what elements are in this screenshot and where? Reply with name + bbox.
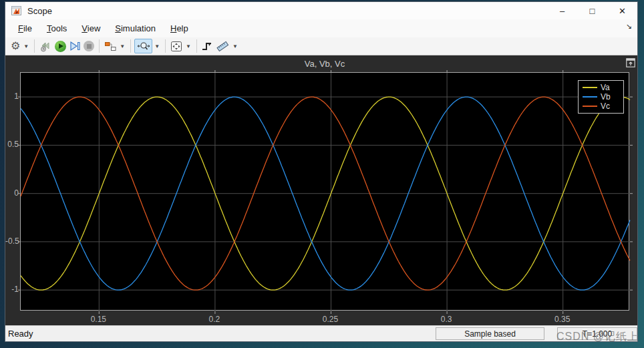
x-tick-label: 0.35 <box>548 315 577 324</box>
y-tick-label: 0 <box>5 188 19 198</box>
waveform-plot <box>21 73 630 311</box>
trigger-icon <box>202 41 213 51</box>
trigger-button[interactable] <box>200 39 214 53</box>
legend[interactable]: Va Vb Vc <box>578 80 624 114</box>
dock-icon[interactable] <box>626 58 635 67</box>
status-bar: Ready Sample based T=1.000 <box>5 325 637 341</box>
stop-icon <box>84 41 94 51</box>
legend-label-vc: Vc <box>601 102 610 111</box>
y-tick-label: 0.5 <box>5 140 19 149</box>
measurements-ruler-icon <box>216 41 229 51</box>
toolbar-separator <box>165 39 166 53</box>
zoom-x-button[interactable] <box>134 39 152 53</box>
step-back-icon <box>39 41 52 52</box>
highlight-block-dropdown-caret[interactable]: ▼ <box>118 43 127 49</box>
menu-help[interactable]: Help <box>163 21 196 36</box>
measurements-button[interactable] <box>214 39 230 53</box>
step-forward-button[interactable] <box>67 39 82 53</box>
scope-canvas: Va, Vb, Vc Va Vb Vc <box>5 55 637 325</box>
settings-dropdown-caret[interactable]: ▼ <box>21 43 31 49</box>
y-tick-label: -1 <box>5 285 19 294</box>
plot-title: Va, Vb, Vc <box>20 59 629 69</box>
x-tick-label: 0.3 <box>432 315 461 324</box>
legend-label-va: Va <box>601 83 610 92</box>
menu-bar: File Tools View Simulation Help ↘ <box>5 19 637 37</box>
step-back-button[interactable] <box>38 39 53 53</box>
highlight-block-button[interactable] <box>103 39 118 53</box>
legend-label-vb: Vb <box>601 92 611 102</box>
x-tick-label: 0.15 <box>84 315 113 324</box>
title-bar[interactable]: Scope – □ ✕ <box>5 2 637 19</box>
menu-view[interactable]: View <box>74 21 108 36</box>
status-sample-mode: Sample based <box>436 327 544 340</box>
menu-simulation[interactable]: Simulation <box>108 21 163 36</box>
vc-line-sample <box>583 106 597 107</box>
legend-entry-vb: Vb <box>583 92 620 102</box>
measurements-dropdown-caret[interactable]: ▼ <box>230 43 240 49</box>
toolbar-separator <box>34 39 35 53</box>
minimize-button[interactable]: – <box>547 2 577 19</box>
x-tick-label: 0.2 <box>200 315 229 324</box>
plot-area[interactable]: Va Vb Vc <box>20 72 629 311</box>
window-title: Scope <box>27 6 547 16</box>
legend-entry-va: Va <box>583 83 620 92</box>
settings-button[interactable]: ⚙ <box>9 39 21 53</box>
zoom-dropdown-caret[interactable]: ▼ <box>152 43 162 49</box>
run-icon <box>55 41 66 52</box>
status-ready: Ready <box>8 329 33 339</box>
legend-entry-vc: Vc <box>583 102 620 111</box>
va-line-sample <box>583 87 597 88</box>
run-button[interactable] <box>53 39 67 53</box>
step-forward-icon <box>69 41 81 51</box>
y-tick-label: 1 <box>5 92 19 101</box>
x-tick-label: 0.25 <box>316 315 345 324</box>
zoom-x-icon <box>137 41 150 51</box>
maximize-button[interactable]: □ <box>577 2 607 19</box>
y-tick-label: -0.5 <box>5 236 19 246</box>
fit-to-view-dropdown-caret[interactable]: ▼ <box>184 43 193 49</box>
fit-to-view-button[interactable] <box>169 39 184 53</box>
vb-line-sample <box>583 96 597 98</box>
watermark: CSDN @记纸上 <box>556 330 639 344</box>
fit-to-view-icon <box>170 41 182 52</box>
close-button[interactable]: ✕ <box>607 2 637 19</box>
highlight-simulink-block-icon <box>104 41 116 51</box>
toolbar-separator <box>196 39 197 53</box>
menu-file[interactable]: File <box>11 21 39 36</box>
toolbar-overflow-icon[interactable]: ↘ <box>626 22 632 31</box>
toolbar: ⚙ ▼ <box>5 37 637 55</box>
toolbar-separator <box>99 39 100 53</box>
gear-icon: ⚙ <box>11 41 20 51</box>
toolbar-separator <box>130 39 131 53</box>
simulink-scope-icon <box>11 6 21 15</box>
scope-window: Scope – □ ✕ File Tools View Simulation H… <box>5 1 638 342</box>
stop-button[interactable] <box>82 39 96 53</box>
menu-tools[interactable]: Tools <box>39 21 74 36</box>
